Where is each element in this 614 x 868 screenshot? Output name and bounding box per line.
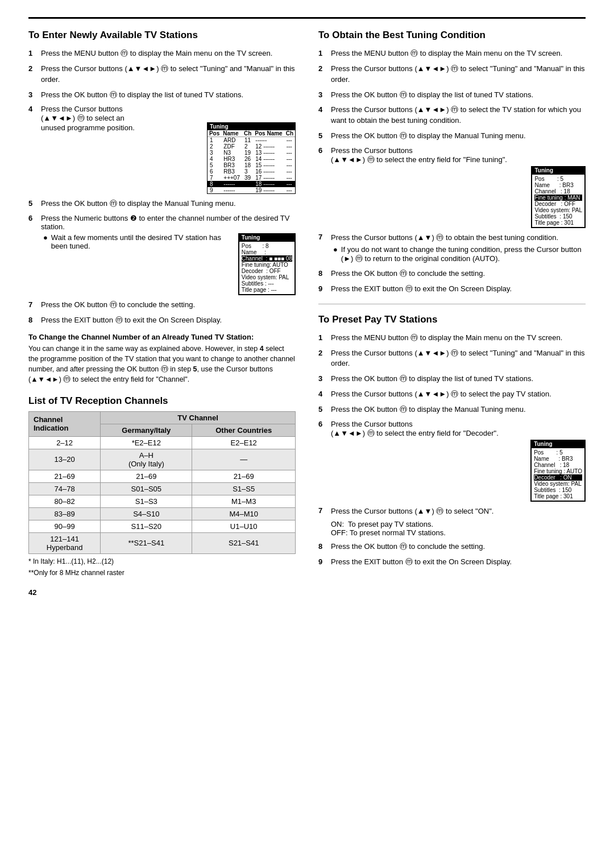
step-pnum-7: 7 xyxy=(318,506,326,537)
step-pcontent-2: Press the Cursor buttons (▲▼◄►) ⓜ to sel… xyxy=(331,348,586,370)
step-pay-3: 3 Press the OK button ⓜ to display the l… xyxy=(318,374,586,385)
step-ptext-6: Press the Cursor buttons(▲▼◄►) ⓜ to sele… xyxy=(331,420,586,439)
ch-row-1: 2–12 *E2–E12 E2–E12 xyxy=(29,436,296,449)
tuning-decoder-title: Tuning xyxy=(530,440,586,448)
step-content-5: Press the OK button ⓜ to display the Man… xyxy=(41,199,296,209)
step-pay-7: 7 Press the Cursor buttons (▲▼) ⓜ to sel… xyxy=(318,506,586,537)
ch-header-tv-channel: TV Channel xyxy=(101,411,296,424)
ch-row-2: 13–20 A–H(Only Italy) — xyxy=(29,449,296,470)
step-rnum-7: 7 xyxy=(318,233,326,264)
bullet-text-2: If you do not want to change the tuning … xyxy=(341,245,586,264)
step-pnum-3: 3 xyxy=(318,374,326,385)
bullet-dot-1: ● xyxy=(43,233,48,250)
tuning-fine-title: Tuning xyxy=(531,166,586,175)
step-content-6: Press the Numeric buttons ❷ to enter the… xyxy=(41,214,296,295)
section-channel-list: List of TV Reception Channels ChannelInd… xyxy=(28,395,296,577)
tuning-list-table: Pos Name Ch Pos Name Ch 1ARD11--------- … xyxy=(208,130,295,193)
step-pnum-1: 1 xyxy=(318,333,326,344)
step-right-4: 4 Press the Cursor buttons (▲▼◄►) ⓜ to s… xyxy=(318,105,586,126)
ch-cell-range-3: 21–69 xyxy=(29,470,101,482)
tuning-decoder-content: Pos : 5 Name : BR3 Channel : 18 Fine tun… xyxy=(530,448,586,502)
ch-row-5: 80–82 S1–S3 M1–M3 xyxy=(29,495,296,507)
bullet-dot-2: ● xyxy=(333,245,338,264)
subsection-title: To Change the Channel Number of an Alrea… xyxy=(28,333,296,341)
ch-cell-range-6: 83–89 xyxy=(29,507,101,520)
ch-cell-range-8: 121–141Hyperband xyxy=(29,532,101,553)
subsection-text: You can change it in the same way as exp… xyxy=(28,344,296,385)
td-row-channel: Channel : ■ ■■■ 08 xyxy=(242,255,292,262)
step-content-1: Press the MENU button ⓜ to display the M… xyxy=(41,48,296,59)
step-pnum-2: 2 xyxy=(318,348,326,370)
section-best-tuning: To Obtain the Best Tuning Condition 1 Pr… xyxy=(318,29,586,295)
ch-cell-range-1: 2–12 xyxy=(29,436,101,449)
step-rtext-6: Press the Cursor buttons(▲▼◄►) ⓜ to sele… xyxy=(331,146,586,165)
tuning-decoder-box: Tuning Pos : 5 Name : BR3 Channel : 18 F… xyxy=(530,440,586,502)
tf-row-title: Title page : 301 xyxy=(534,220,582,226)
step-pnum-9: 9 xyxy=(318,557,326,568)
td-row-subs: Subtitles : --- xyxy=(242,280,292,287)
step-right-6: 6 Press the Cursor buttons(▲▼◄►) ⓜ to se… xyxy=(318,146,586,228)
ch-cell-range-4: 74–78 xyxy=(29,482,101,495)
on-off-options: ON: To preset pay TV stations. OFF: To p… xyxy=(331,520,493,537)
tuning-list-title: Tuning xyxy=(208,123,295,130)
ch-header-other: Other Countries xyxy=(192,424,296,436)
ch-cell-de-4: S01–S05 xyxy=(101,482,192,495)
ch-row-3: 21–69 21–69 21–69 xyxy=(29,470,296,482)
ch-header-germany: Germany/Italy xyxy=(101,424,192,436)
step-right-9: 9 Press the EXIT button ⓜ to exit the On… xyxy=(318,284,586,295)
step-pnum-6: 6 xyxy=(318,420,326,502)
step-right-8: 8 Press the OK button ⓜ to conclude the … xyxy=(318,268,586,279)
right-column: To Obtain the Best Tuning Condition 1 Pr… xyxy=(318,29,586,597)
dc-row-decoder: Decoder : ON xyxy=(534,474,582,481)
ch-cell-range-5: 80–82 xyxy=(29,495,101,507)
ch-cell-oth-7: U1–U10 xyxy=(192,520,296,532)
step-rnum-4: 4 xyxy=(318,105,326,126)
ch-cell-oth-4: S1–S5 xyxy=(192,482,296,495)
ch-cell-oth-5: M1–M3 xyxy=(192,495,296,507)
step-rcontent-6: Press the Cursor buttons(▲▼◄►) ⓜ to sele… xyxy=(331,146,586,228)
tf-row-video: Video system: PAL xyxy=(534,207,582,213)
td-row-video: Video system: PAL xyxy=(242,274,292,280)
step-left-8: 8 Press the EXIT button ⓜ to exit the On… xyxy=(28,315,296,326)
tf-row-pos: Pos : 5 xyxy=(534,176,582,182)
main-content: To Enter Newly Available TV Stations 1 P… xyxy=(28,29,586,597)
step-pnum-8: 8 xyxy=(318,542,326,552)
step-rtext-7: Press the Cursor buttons (▲▼) ⓜ to obtai… xyxy=(331,233,586,243)
tuning-row-6: 6RB3316 --------- xyxy=(208,168,295,175)
tuning-fine-box: Tuning Pos : 5 Name : BR3 Channel : 18 F… xyxy=(531,166,586,228)
step-left-6: 6 Press the Numeric buttons ❷ to enter t… xyxy=(28,214,296,295)
dc-row-channel: Channel : 18 xyxy=(534,462,582,468)
tuning-row-7: 7+++073917 --------- xyxy=(208,175,295,181)
section-divider xyxy=(318,304,586,304)
section-preset-pay-title: To Preset Pay TV Stations xyxy=(318,313,586,326)
step-content-8: Press the EXIT button ⓜ to exit the On S… xyxy=(41,315,296,326)
step-rcontent-7: Press the Cursor buttons (▲▼) ⓜ to obtai… xyxy=(331,233,586,264)
step-num-1: 1 xyxy=(28,48,36,59)
step-left-2: 2 Press the Cursor buttons (▲▼◄►) ⓜ to s… xyxy=(28,64,296,85)
step-content-7: Press the OK button ⓜ to conclude the se… xyxy=(41,300,296,311)
step-left-5: 5 Press the OK button ⓜ to display the M… xyxy=(28,199,296,209)
ch-cell-oth-6: M4–M10 xyxy=(192,507,296,520)
ch-header-indication: ChannelIndication xyxy=(29,411,101,436)
step-right-2: 2 Press the Cursor buttons (▲▼◄►) ⓜ to s… xyxy=(318,64,586,85)
off-option: OFF: To preset normal TV stations. xyxy=(331,528,493,537)
tf-row-decoder: Decoder : OFF xyxy=(534,201,582,207)
tuning-list-header: Pos Name Ch Pos Name Ch xyxy=(208,130,295,137)
channel-table: ChannelIndication TV Channel Germany/Ita… xyxy=(28,411,296,554)
left-column: To Enter Newly Available TV Stations 1 P… xyxy=(28,29,296,597)
ch-cell-oth-8: S21–S41 xyxy=(192,532,296,553)
section-preset-pay-tv: To Preset Pay TV Stations 1 Press the ME… xyxy=(318,313,586,568)
step-pay-2: 2 Press the Cursor buttons (▲▼◄►) ⓜ to s… xyxy=(318,348,586,370)
step-rcontent-1: Press the MENU button ⓜ to display the M… xyxy=(331,48,586,59)
step-text-4: Press the Cursor buttons(▲▼◄►) ⓜ to sele… xyxy=(41,105,135,132)
dc-row-pos: Pos : 5 xyxy=(534,449,582,456)
step-pay-8: 8 Press the OK button ⓜ to conclude the … xyxy=(318,542,586,552)
step-pcontent-1: Press the MENU button ⓜ to display the M… xyxy=(331,333,586,344)
step-pcontent-8: Press the OK button ⓜ to conclude the se… xyxy=(331,542,586,552)
step-pcontent-6: Press the Cursor buttons(▲▼◄►) ⓜ to sele… xyxy=(331,420,586,502)
step-left-3: 3 Press the OK button ⓜ to display the l… xyxy=(28,90,296,101)
step-num-2: 2 xyxy=(28,64,36,85)
step-ptext-7: Press the Cursor buttons (▲▼) ⓜ to selec… xyxy=(331,506,493,516)
ch-cell-de-7: S11–S20 xyxy=(101,520,192,532)
step-pay-9: 9 Press the EXIT button ⓜ to exit the On… xyxy=(318,557,586,568)
